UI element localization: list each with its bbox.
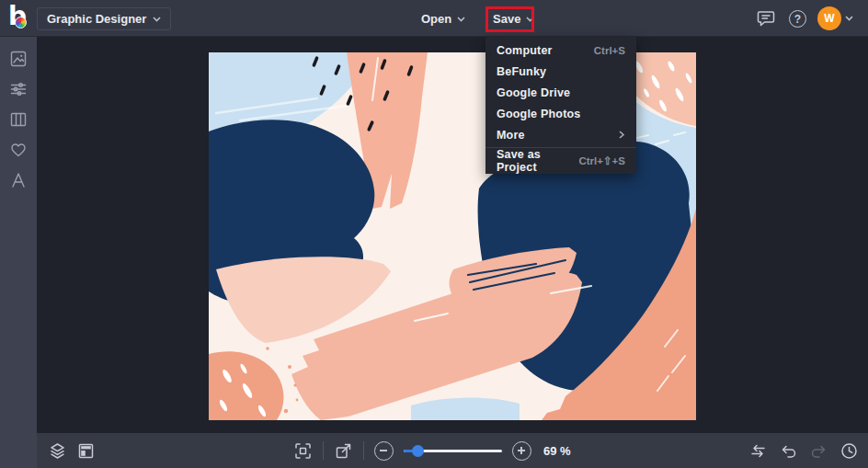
feedback-chat-icon[interactable] — [756, 8, 776, 29]
bottombar: 69 % — [37, 433, 868, 468]
zoom-slider[interactable] — [404, 444, 502, 457]
help-button[interactable]: ? — [789, 10, 806, 28]
canvas-manager-button[interactable] — [76, 441, 96, 461]
zoom-controls: 69 % — [293, 433, 571, 468]
menu-item-befunky[interactable]: BeFunky — [485, 61, 636, 82]
plus-icon-v — [520, 447, 522, 454]
menu-item-label: BeFunky — [497, 65, 546, 78]
save-button[interactable]: Save — [493, 7, 534, 30]
menu-item-label: Google Drive — [497, 86, 570, 99]
menu-item-label: Google Photos — [497, 108, 581, 120]
befunky-logo[interactable]: b — [8, 5, 34, 32]
zoom-in-button[interactable] — [512, 441, 531, 461]
heart-icon — [9, 141, 28, 159]
history-controls — [748, 433, 859, 468]
slider-knob[interactable] — [412, 445, 424, 457]
divider — [363, 441, 364, 460]
question-mark-glyph: ? — [794, 13, 801, 26]
text-tool-icon — [9, 171, 28, 189]
image-icon — [9, 50, 28, 68]
submenu-chevron-icon — [618, 131, 625, 139]
panel-controls — [48, 433, 96, 468]
color-wheel-icon — [15, 17, 27, 29]
chevron-down-icon — [153, 17, 161, 22]
fit-to-screen-button[interactable] — [293, 441, 313, 461]
befunky-app: b Graphic Designer Open Save ? W — [0, 0, 868, 468]
undo-button[interactable] — [779, 441, 798, 461]
chevron-down-icon[interactable] — [845, 16, 853, 21]
open-button[interactable]: Open — [421, 7, 465, 30]
fullscreen-preview-button[interactable] — [334, 441, 353, 461]
menu-item-more[interactable]: More — [485, 124, 636, 145]
compare-toggle-button[interactable] — [748, 441, 768, 461]
sidebar-item-layouts[interactable] — [9, 110, 28, 129]
workspace — [37, 37, 868, 433]
open-label: Open — [421, 12, 451, 26]
menu-item-save-as-project[interactable]: Save as Project Ctrl+⇧+S — [485, 150, 636, 171]
zoom-percentage: 69 % — [543, 444, 571, 458]
divider — [323, 441, 324, 460]
avatar[interactable]: W — [817, 6, 841, 30]
mode-label: Graphic Designer — [47, 12, 146, 26]
menu-item-label: More — [497, 129, 525, 142]
menu-item-google-drive[interactable]: Google Drive — [485, 82, 636, 103]
mode-selector-button[interactable]: Graphic Designer — [37, 7, 171, 30]
menu-item-label: Save as Project — [497, 148, 578, 174]
sidebar-item-adjustments[interactable] — [9, 80, 28, 98]
menu-item-shortcut: Ctrl+S — [594, 45, 625, 56]
columns-icon — [9, 110, 28, 129]
redo-button[interactable] — [809, 441, 828, 461]
chevron-down-icon — [526, 17, 534, 22]
history-button[interactable] — [839, 441, 859, 461]
zoom-out-button[interactable] — [374, 441, 394, 461]
menu-item-shortcut: Ctrl+⇧+S — [578, 154, 625, 167]
menu-item-label: Computer — [497, 44, 553, 57]
save-label: Save — [493, 12, 520, 26]
sidebar-item-image[interactable] — [9, 50, 28, 68]
save-dropdown-menu: Computer Ctrl+S BeFunky Google Drive Goo… — [485, 37, 636, 174]
sidebar — [0, 37, 37, 468]
layers-button[interactable] — [48, 441, 67, 461]
topbar: b Graphic Designer Open Save ? W — [0, 0, 868, 37]
sliders-icon — [9, 80, 28, 98]
menu-item-google-photos[interactable]: Google Photos — [485, 103, 636, 124]
minus-icon — [380, 450, 387, 451]
chevron-down-icon — [457, 17, 465, 22]
sidebar-item-favorites[interactable] — [9, 141, 28, 159]
avatar-initial: W — [824, 12, 834, 25]
menu-item-computer[interactable]: Computer Ctrl+S — [485, 40, 636, 61]
sidebar-item-text[interactable] — [9, 171, 28, 189]
